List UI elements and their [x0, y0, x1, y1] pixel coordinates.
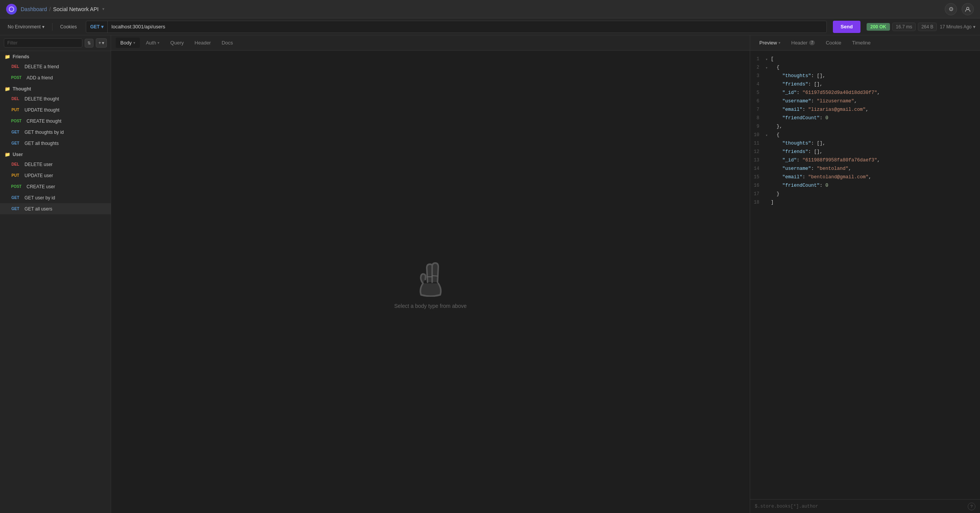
json-line-14: 14 "username": "bentoland", [750, 165, 980, 173]
method-dropdown-icon: ▾ [101, 24, 103, 30]
api-item-label: GET all users [25, 206, 52, 212]
settings-button[interactable]: ⚙ [945, 3, 957, 15]
cookies-button[interactable]: Cookies [57, 23, 80, 31]
api-item-delete-thought[interactable]: DEL DELETE thought [0, 93, 111, 104]
svg-point-0 [967, 7, 969, 10]
section-user-label: User [13, 152, 23, 157]
folder-icon: 📁 [5, 54, 10, 59]
tab-header[interactable]: Header [190, 38, 216, 48]
tab-cookie[interactable]: Cookie [821, 38, 846, 48]
section-user[interactable]: 📁 User [0, 149, 111, 159]
user-button[interactable] [962, 3, 974, 15]
api-item-get-all-users[interactable]: GET GET all users [0, 203, 111, 214]
preview-tab-arrow: ▾ [778, 41, 780, 45]
api-item-delete-user[interactable]: DEL DELETE user [0, 159, 111, 170]
method-get-badge: GET [9, 129, 21, 135]
tab-auth[interactable]: Auth ▾ [141, 38, 164, 48]
section-friends[interactable]: 📁 Friends [0, 51, 111, 61]
tab-docs[interactable]: Docs [217, 38, 238, 48]
json-line-15: 15 "email": "bentoland@gmail.com", [750, 173, 980, 182]
method-put-badge: PUT [9, 107, 21, 113]
plus-icon: + [98, 40, 101, 46]
send-button[interactable]: Send [833, 21, 860, 33]
api-item-label: CREATE thought [26, 118, 61, 124]
api-item-label: DELETE thought [25, 96, 59, 102]
jsonpath-query[interactable]: $.store.books[*].author [755, 504, 968, 509]
api-item-delete-friend[interactable]: DEL DELETE a friend [0, 61, 111, 72]
api-item-label: GET user by id [25, 195, 55, 201]
api-item-create-thought[interactable]: POST CREATE thought [0, 115, 111, 127]
tab-preview[interactable]: Preview ▾ [755, 38, 785, 48]
url-input[interactable] [108, 24, 826, 30]
json-line-12: 12 "friends": [], [750, 148, 980, 156]
api-item-label: ADD a friend [26, 75, 53, 81]
api-item-label: DELETE a friend [25, 64, 59, 69]
request-toolbar: No Environment ▾ Cookies GET ▾ Send 200 … [0, 18, 980, 35]
breadcrumb-dashboard[interactable]: Dashboard [21, 6, 47, 12]
body-tab-arrow: ▾ [133, 41, 135, 45]
json-line-4: 4 "friends": [], [750, 81, 980, 89]
app-logo [6, 4, 17, 15]
main-layout: ⇅ + ▾ 📁 Friends DEL DELETE a friend POST… [0, 35, 980, 513]
time-ago: 17 Minutes Ago ▾ [940, 24, 975, 30]
breadcrumb-separator: / [49, 6, 51, 12]
section-friends-label: Friends [13, 54, 29, 59]
method-post-badge: POST [9, 184, 23, 189]
breadcrumb: Dashboard / Social Network API ▾ [21, 6, 105, 12]
json-line-2: 2 ▾ { [750, 64, 980, 72]
json-line-8: 8 "friendCount": 0 [750, 114, 980, 123]
api-item-update-thought[interactable]: PUT UPDATE thought [0, 104, 111, 115]
toolbar-divider [52, 23, 52, 31]
api-item-get-all-thoughts[interactable]: GET GET all thoughts [0, 138, 111, 149]
json-line-11: 11 "thoughts": [], [750, 140, 980, 148]
method-post-badge: POST [9, 75, 23, 81]
tab-body[interactable]: Body ▾ [116, 38, 140, 48]
environment-selector[interactable]: No Environment ▾ [5, 23, 48, 31]
method-get-badge: GET [9, 140, 21, 146]
response-time: 16.7 ms [892, 23, 916, 31]
api-item-get-thoughts-by-id[interactable]: GET GET thoughts by id [0, 127, 111, 138]
api-item-add-friend[interactable]: POST ADD a friend [0, 72, 111, 83]
folder-icon: 📁 [5, 152, 10, 157]
topbar-left: Dashboard / Social Network API ▾ [6, 4, 105, 15]
section-thought[interactable]: 📁 Thought [0, 83, 111, 93]
tab-query[interactable]: Query [166, 38, 188, 48]
json-line-1: 1 ▾ [ [750, 55, 980, 64]
svg-line-2 [432, 276, 438, 276]
breadcrumb-current: Social Network API [53, 6, 98, 12]
json-line-17: 17 } [750, 190, 980, 199]
hand-illustration [411, 255, 450, 297]
method-selector[interactable]: GET ▾ [86, 21, 108, 33]
status-ok-badge: 200 OK [867, 23, 890, 31]
tab-response-header[interactable]: Header 7 [787, 38, 819, 48]
help-button[interactable]: ? [968, 503, 975, 510]
auth-tab-arrow: ▾ [157, 41, 159, 45]
response-footer: $.store.books[*].author ? [750, 499, 980, 513]
json-line-16: 16 "friendCount": 0 [750, 182, 980, 190]
method-put-badge: PUT [9, 173, 21, 178]
method-label: GET [90, 24, 100, 30]
api-item-label: GET all thoughts [25, 141, 59, 146]
api-item-create-user[interactable]: POST CREATE user [0, 181, 111, 192]
api-item-label: UPDATE user [25, 173, 53, 178]
filter-input[interactable] [4, 38, 82, 48]
response-size: 264 B [918, 23, 937, 31]
add-request-button[interactable]: + ▾ [96, 38, 107, 48]
method-del-badge: DEL [9, 96, 21, 102]
tab-timeline[interactable]: Timeline [847, 38, 875, 48]
api-item-update-user[interactable]: PUT UPDATE user [0, 170, 111, 181]
sort-button[interactable]: ⇅ [85, 39, 93, 48]
response-tabs: Preview ▾ Header 7 Cookie Timeline [750, 35, 980, 51]
json-line-6: 6 "username": "lizusername", [750, 97, 980, 106]
folder-icon: 📁 [5, 86, 10, 92]
topbar-right: ⚙ [945, 3, 974, 15]
json-line-9: 9 }, [750, 123, 980, 131]
json-line-7: 7 "email": "lizarias@gmail.com", [750, 106, 980, 114]
time-dropdown-icon[interactable]: ▾ [973, 24, 975, 30]
body-placeholder-text: Select a body type from above [394, 303, 467, 309]
response-body: 1 ▾ [ 2 ▾ { 3 "thoughts": [], 4 "friends… [750, 51, 980, 499]
api-item-get-user-by-id[interactable]: GET GET user by id [0, 192, 111, 203]
breadcrumb-dropdown-icon[interactable]: ▾ [102, 7, 105, 12]
logo-inner [9, 7, 14, 12]
environment-dropdown-icon: ▾ [42, 24, 44, 30]
